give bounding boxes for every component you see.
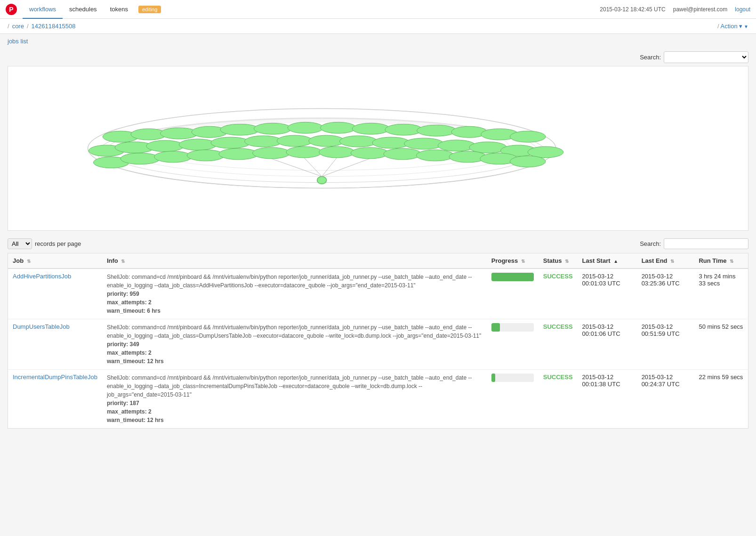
- col-last-end[interactable]: Last End ⇅: [637, 253, 694, 268]
- records-control: All 10 25 50 100 records per page: [8, 238, 81, 249]
- progress-bar-fill-1: [491, 323, 500, 332]
- search-top-select[interactable]: [664, 51, 748, 63]
- breadcrumb-sep-3: /: [717, 23, 719, 30]
- table-search-input[interactable]: [664, 238, 748, 249]
- cell-job-2: IncrementalDumpPinsTableJob: [8, 370, 102, 429]
- svg-point-18: [510, 131, 546, 142]
- graph-container: [8, 66, 748, 231]
- jobs-table-wrapper: Job ⇅ Info ⇅ Progress ⇅ Status ⇅ Last St…: [8, 253, 748, 429]
- info-max-attempts-0: max_attempts: 2: [107, 298, 482, 307]
- nav-schedules[interactable]: schedules: [63, 0, 104, 19]
- cell-last-start-2: 2015-03-12 00:01:38 UTC: [578, 370, 637, 429]
- breadcrumb-core[interactable]: core: [12, 23, 24, 30]
- cell-run-time-0: 3 hrs 24 mins 33 secs: [694, 268, 748, 319]
- svg-point-48: [317, 177, 327, 184]
- nav-workflows[interactable]: workflows: [23, 0, 63, 19]
- action-button[interactable]: Action ▾: [721, 23, 748, 30]
- svg-point-10: [254, 123, 292, 134]
- sort-job-icon: ⇅: [27, 259, 31, 264]
- cell-status-2: SUCCESS: [539, 370, 578, 429]
- svg-point-36: [154, 151, 192, 162]
- svg-point-27: [339, 136, 377, 147]
- cell-last-end-0: 2015-03-12 03:25:36 UTC: [637, 268, 694, 319]
- sort-last-start-icon: ▲: [613, 259, 618, 264]
- nav-tokens[interactable]: tokens: [104, 0, 135, 19]
- username: pawel@pinterest.com: [673, 6, 728, 13]
- info-warn-timeout-0: warn_timeout: 6 hrs: [107, 307, 482, 315]
- sort-info-icon: ⇅: [121, 259, 125, 264]
- sort-progress-icon: ⇅: [521, 259, 525, 264]
- info-max-attempts-2: max_attempts: 2: [107, 407, 482, 416]
- jobs-list-link[interactable]: jobs list: [8, 38, 28, 45]
- cell-info-0: ShellJob: command=cd /mnt/pinboard && /m…: [102, 268, 487, 319]
- col-last-start[interactable]: Last Start ▲: [578, 253, 637, 268]
- cell-last-end-1: 2015-03-12 00:51:59 UTC: [637, 319, 694, 370]
- info-warn-timeout-1: warn_timeout: 12 hrs: [107, 357, 482, 365]
- action-dropdown[interactable]: / Action ▾: [717, 23, 748, 30]
- svg-point-11: [288, 122, 323, 133]
- jobs-table: Job ⇅ Info ⇅ Progress ⇅ Status ⇅ Last St…: [8, 253, 748, 428]
- cell-progress-0: [487, 268, 539, 319]
- cell-status-0: SUCCESS: [539, 268, 578, 319]
- table-search-label: Search:: [640, 240, 661, 247]
- editing-badge: editing: [138, 6, 161, 13]
- records-label: records per page: [35, 240, 81, 247]
- breadcrumb-id[interactable]: 1426118415508: [32, 23, 76, 30]
- svg-point-23: [211, 137, 250, 148]
- svg-point-21: [146, 140, 184, 152]
- header-right: 2015-03-12 18:42:45 UTC pawel@pinterest.…: [600, 6, 750, 13]
- cell-last-start-1: 2015-03-12 00:01:06 UTC: [578, 319, 637, 370]
- sort-run-time-icon: ⇅: [730, 259, 733, 264]
- workflow-graph: [8, 66, 748, 230]
- timestamp: 2015-03-12 18:42:45 UTC: [600, 6, 665, 13]
- progress-bar-fill-0: [491, 273, 534, 281]
- col-job[interactable]: Job ⇅: [8, 253, 102, 268]
- svg-point-29: [404, 138, 444, 149]
- search-bar-top: Search:: [0, 49, 756, 66]
- svg-line-50: [304, 158, 322, 177]
- svg-point-44: [417, 150, 454, 161]
- logout-link[interactable]: logout: [735, 6, 750, 13]
- table-search: Search:: [640, 238, 748, 249]
- table-row: IncrementalDumpPinsTableJob ShellJob: co…: [8, 370, 748, 429]
- search-top-label: Search:: [640, 54, 661, 61]
- breadcrumb: / core / 1426118415508: [8, 23, 76, 30]
- status-badge-1: SUCCESS: [543, 323, 573, 330]
- info-priority-0: priority: 959: [107, 290, 482, 298]
- col-run-time[interactable]: Run Time ⇅: [694, 253, 748, 268]
- job-link-2[interactable]: IncrementalDumpPinsTableJob: [13, 374, 97, 381]
- progress-bar-container-1: [491, 323, 534, 332]
- svg-point-35: [121, 153, 160, 164]
- col-status[interactable]: Status ⇅: [539, 253, 578, 268]
- svg-point-37: [187, 150, 225, 161]
- cell-progress-1: [487, 319, 539, 370]
- col-info[interactable]: Info ⇅: [102, 253, 487, 268]
- job-link-0[interactable]: AddHivePartitionsJob: [13, 273, 71, 280]
- info-warn-timeout-2: warn_timeout: 12 hrs: [107, 416, 482, 424]
- svg-point-25: [277, 135, 313, 146]
- svg-point-26: [309, 135, 345, 146]
- table-header-row: Job ⇅ Info ⇅ Progress ⇅ Status ⇅ Last St…: [8, 253, 748, 268]
- progress-bar-container-2: [491, 374, 534, 382]
- svg-point-24: [245, 136, 282, 147]
- status-badge-2: SUCCESS: [543, 374, 573, 381]
- info-max-attempts-1: max_attempts: 2: [107, 349, 482, 357]
- cell-status-1: SUCCESS: [539, 319, 578, 370]
- main-nav: workflows schedules tokens: [23, 0, 135, 19]
- records-per-page-select[interactable]: All 10 25 50 100: [8, 238, 32, 249]
- progress-bar-fill-2: [491, 374, 495, 382]
- cell-last-start-0: 2015-03-12 00:01:03 UTC: [578, 268, 637, 319]
- svg-point-22: [179, 139, 217, 150]
- cell-run-time-1: 50 mins 52 secs: [694, 319, 748, 370]
- status-badge-0: SUCCESS: [543, 273, 573, 280]
- svg-point-15: [417, 125, 457, 136]
- cell-last-end-2: 2015-03-12 00:24:37 UTC: [637, 370, 694, 429]
- info-command-2: ShellJob: command=cd /mnt/pinboard && /m…: [107, 374, 482, 399]
- col-progress[interactable]: Progress ⇅: [487, 253, 539, 268]
- svg-point-39: [253, 147, 290, 159]
- cell-job-0: AddHivePartitionsJob: [8, 268, 102, 319]
- cell-info-1: ShellJob: command=cd /mnt/pinboard && /m…: [102, 319, 487, 370]
- header: P workflows schedules tokens editing 201…: [0, 0, 756, 19]
- svg-point-40: [286, 146, 322, 158]
- job-link-1[interactable]: DumpUsersTableJob: [13, 323, 70, 330]
